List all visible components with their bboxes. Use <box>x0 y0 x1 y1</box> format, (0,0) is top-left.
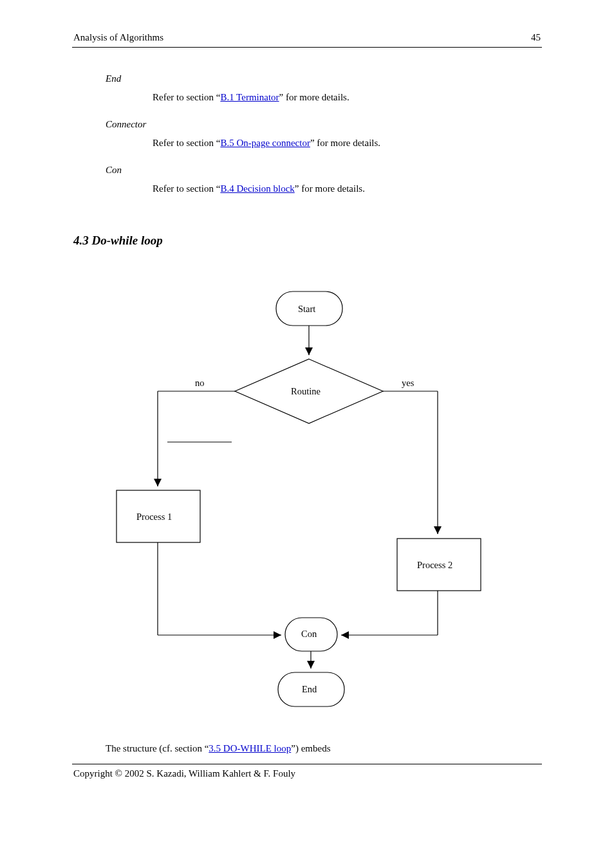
node-process1: Process 1 <box>136 512 172 522</box>
edge-yes: yes <box>402 378 414 389</box>
node-start: Start <box>298 304 315 315</box>
edge-no: no <box>195 378 205 389</box>
node-end: End <box>302 684 317 695</box>
footnote-line: The structure (cf. section “3.5 DO-WHILE… <box>106 742 331 756</box>
node-con: Con <box>301 629 317 640</box>
node-routine: Routine <box>291 386 321 397</box>
link-do-while[interactable]: 3.5 DO-WHILE loop <box>209 743 291 753</box>
node-process2: Process 2 <box>417 560 452 571</box>
